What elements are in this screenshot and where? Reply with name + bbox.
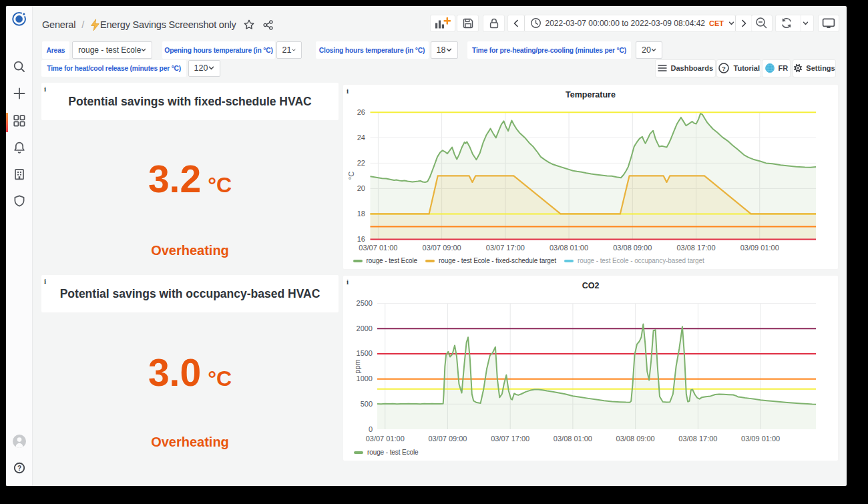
svg-text:03/07 09:00: 03/07 09:00 <box>428 435 467 443</box>
svg-text:18: 18 <box>357 210 365 218</box>
svg-text:03/08 01:00: 03/08 01:00 <box>550 244 588 252</box>
svg-text:0: 0 <box>369 425 373 433</box>
svg-text:16: 16 <box>357 235 365 243</box>
svg-text:26: 26 <box>357 108 365 116</box>
svg-text:03/09 01:00: 03/09 01:00 <box>741 435 780 443</box>
svg-text:1500: 1500 <box>357 349 373 357</box>
svg-text:03/07 01:00: 03/07 01:00 <box>359 244 397 252</box>
svg-text:03/07 17:00: 03/07 17:00 <box>491 435 529 443</box>
svg-text:03/07 01:00: 03/07 01:00 <box>366 435 405 443</box>
svg-text:03/07 09:00: 03/07 09:00 <box>423 244 461 252</box>
svg-text:°C: °C <box>347 172 355 180</box>
svg-text:03/08 09:00: 03/08 09:00 <box>613 244 652 252</box>
svg-text:?: ? <box>722 65 726 72</box>
svg-text:?: ? <box>17 465 21 472</box>
svg-text:1000: 1000 <box>357 374 373 383</box>
svg-text:2000: 2000 <box>357 324 373 332</box>
svg-text:24: 24 <box>357 134 365 142</box>
svg-text:03/08 09:00: 03/08 09:00 <box>616 435 655 443</box>
svg-text:500: 500 <box>361 400 373 408</box>
svg-text:20: 20 <box>357 184 365 192</box>
svg-text:03/09 01:00: 03/09 01:00 <box>740 244 779 252</box>
svg-text:22: 22 <box>357 159 365 167</box>
svg-text:03/08 17:00: 03/08 17:00 <box>678 435 717 443</box>
svg-text:03/08 17:00: 03/08 17:00 <box>676 244 715 252</box>
svg-text:2500: 2500 <box>357 299 373 307</box>
svg-text:03/08 01:00: 03/08 01:00 <box>554 435 592 443</box>
svg-text:03/07 17:00: 03/07 17:00 <box>486 244 525 252</box>
svg-text:ppm: ppm <box>353 359 361 373</box>
